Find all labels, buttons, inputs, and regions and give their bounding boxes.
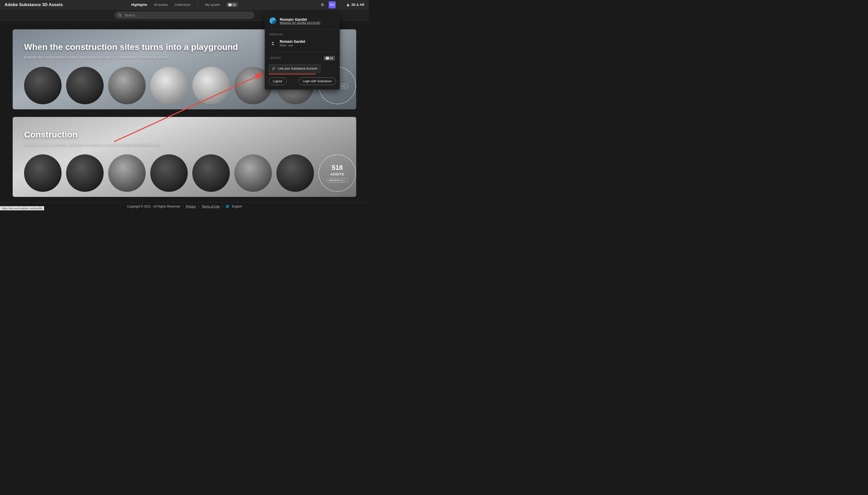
asset-thumbnail[interactable] [66, 154, 104, 192]
points-row: POINTS A 50 [268, 55, 336, 62]
search-input[interactable] [125, 13, 251, 17]
asset-thumbnail[interactable] [24, 154, 62, 192]
privacy-link[interactable]: Privacy [186, 205, 196, 208]
manage-account-link[interactable]: MANAGE MY ADOBE ACCOUNT [280, 21, 321, 24]
asset-thumbnail[interactable] [150, 67, 188, 104]
topbar-separator [341, 2, 341, 7]
asset-thumbnail[interactable] [234, 154, 272, 192]
user-name: Romain Gardet [280, 17, 321, 21]
nav-my-assets[interactable]: My assets [205, 3, 220, 6]
hero2-asset-row: 518 ASSETS BROWSE ALL [24, 154, 345, 192]
footer: Copyright © 2021 - All Rights Reserved /… [0, 202, 369, 210]
adobe-icon [346, 3, 350, 6]
profiles-label: PROFILES [268, 32, 336, 37]
link-substance-button[interactable]: Link your Substance Account [268, 65, 321, 73]
points-badge-dropdown: A 50 [324, 56, 335, 61]
points-label: POINTS [269, 56, 282, 61]
svg-line-1 [120, 16, 121, 17]
points-value: 50 [330, 57, 333, 60]
topbar: Adobe Substance 3D Assets Highlights All… [0, 0, 369, 10]
brand-3d-link[interactable]: 3D & AR [346, 3, 364, 6]
asset-thumbnail[interactable] [66, 67, 104, 104]
adobe-logo-icon: A [326, 57, 329, 59]
points-value: 50 [233, 3, 235, 6]
asset-thumbnail[interactable] [192, 154, 230, 192]
hero-construction-card[interactable]: Construction Scaffolds, tools, cements, … [13, 117, 356, 197]
status-bar-url: https://account.adobe.com/profile [0, 206, 44, 210]
browse-all-circle[interactable]: 518 ASSETS BROWSE ALL [318, 154, 356, 192]
profile-name: Romain Gardet [280, 39, 305, 44]
nav-collections[interactable]: Collections [175, 3, 191, 6]
asset-thumbnail[interactable] [276, 154, 314, 192]
separator: / [182, 205, 183, 208]
link-substance-label: Link your Substance Account [278, 67, 317, 70]
main-nav: Highlights All assets Collections My ass… [131, 2, 238, 7]
divider [268, 29, 336, 30]
hero2-title: Construction [24, 130, 345, 139]
asset-thumbnail[interactable] [108, 154, 146, 192]
settings-icon[interactable]: ⚙ [321, 2, 324, 7]
nav-all-assets[interactable]: All assets [154, 3, 168, 6]
brand-3d-label: 3D & AR [351, 3, 364, 6]
separator: / [222, 205, 223, 208]
browse-all-button[interactable]: BROWSE ALL [326, 178, 348, 183]
logout-button[interactable]: Logout [268, 78, 286, 85]
user-avatar-icon [269, 17, 276, 24]
adobe-logo-icon: A [229, 3, 232, 6]
asset-count: 518 [332, 164, 343, 172]
points-badge-top[interactable]: A 50 [227, 2, 238, 7]
link-icon [272, 67, 275, 70]
asset-thumbnail[interactable] [24, 67, 62, 104]
svg-point-2 [272, 42, 273, 43]
brand-title: Adobe Substance 3D Assets [4, 2, 63, 7]
terms-link[interactable]: Terms of Use [202, 205, 220, 208]
nav-highlights[interactable]: Highlights [131, 3, 147, 6]
asset-thumbnail[interactable] [108, 67, 146, 104]
asset-thumbnail[interactable] [192, 67, 230, 104]
profile-role: Roles : user [280, 44, 305, 47]
globe-icon[interactable]: 🌐 [226, 205, 229, 208]
svg-point-0 [118, 14, 121, 16]
profile-row[interactable]: Romain Gardet Roles : user [268, 37, 336, 49]
search-wrap[interactable] [115, 11, 255, 19]
copyright-text: Copyright © 2021 - All Rights Reserved [127, 205, 180, 208]
user-dropdown: Romain Gardet MANAGE MY ADOBE ACCOUNT PR… [265, 12, 340, 90]
login-substance-button[interactable]: Login with Substance [298, 78, 336, 85]
assets-label: ASSETS [330, 173, 344, 176]
annotation-underline [268, 74, 316, 74]
dropdown-user-row: Romain Gardet MANAGE MY ADOBE ACCOUNT [268, 17, 336, 27]
hero2-subtitle: Scaffolds, tools, cements, and more to c… [24, 142, 345, 147]
person-icon [269, 41, 276, 45]
separator: / [198, 205, 199, 208]
language-selector[interactable]: English [232, 205, 242, 208]
avatar-button[interactable]: RG [329, 1, 336, 8]
asset-thumbnail[interactable] [150, 154, 188, 192]
search-icon [118, 13, 122, 17]
topbar-right: ⚙ RG 3D & AR [321, 1, 364, 8]
dropdown-bottom-row: Logout Login with Substance [268, 78, 336, 85]
